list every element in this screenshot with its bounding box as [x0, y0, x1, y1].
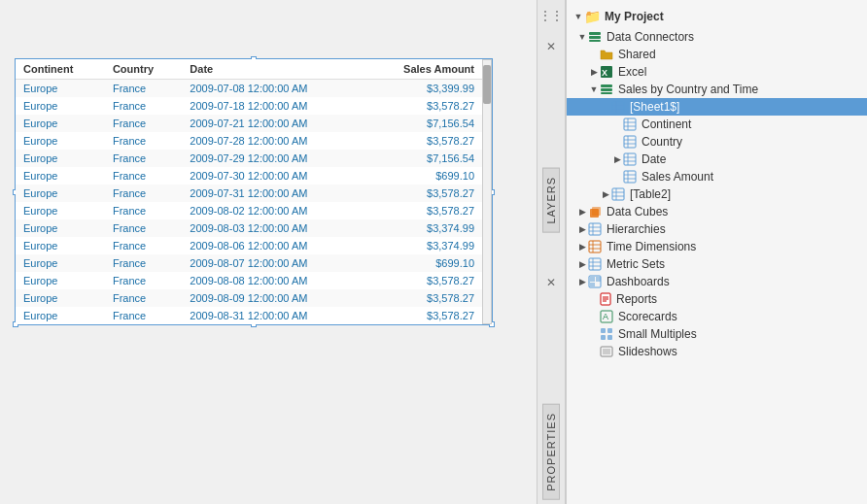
table-row[interactable]: EuropeFrance2009-08-02 12:00:00 AM$3,578… [16, 202, 482, 219]
table-row[interactable]: EuropeFrance2009-08-07 12:00:00 AM$699.1… [16, 254, 482, 272]
table-cell-5-0: Europe [16, 167, 105, 185]
tree-item-dashboards[interactable]: ▶ Dashboards [567, 273, 867, 290]
tree-label-reports: Reports [616, 292, 657, 306]
scorecard-icon-scorecards: A [600, 310, 613, 323]
tree-item-sales-amount[interactable]: Sales Amount [567, 168, 867, 185]
properties-tab[interactable]: PROPERTIES [542, 404, 560, 500]
tree-expand-arrow-country[interactable] [611, 136, 623, 148]
tree-label-continent: Continent [642, 118, 691, 131]
tree-item-table2[interactable]: ▶ [Table2] [567, 185, 867, 203]
scrollbar-thumb[interactable] [483, 65, 491, 104]
tree-expand-arrow-hierarchies[interactable]: ▶ [576, 223, 588, 235]
table-row[interactable]: EuropeFrance2009-08-06 12:00:00 AM$3,374… [16, 237, 482, 254]
table-cell-8-0: Europe [16, 219, 105, 237]
tree-item-sheet1[interactable]: [Sheet1$] [567, 98, 867, 116]
slideshow-icon-slideshows [600, 345, 613, 358]
table-row[interactable]: EuropeFrance2009-07-08 12:00:00 AM$3,399… [16, 80, 482, 98]
table-cell-5-2: 2009-07-30 12:00:00 AM [182, 167, 364, 185]
svg-rect-1 [589, 36, 601, 39]
table-cell-10-1: France [105, 254, 182, 272]
tree-item-data-cubes[interactable]: ▶ Data Cubes [567, 203, 867, 220]
tree-expand-arrow-table2[interactable]: ▶ [600, 188, 611, 200]
svg-rect-5 [601, 84, 612, 87]
tree-label-country: Country [642, 135, 682, 149]
table-cell-1-1: France [105, 97, 182, 115]
tree-item-country[interactable]: Country [567, 133, 867, 151]
table-header-continent: Continent [16, 59, 105, 80]
table-row[interactable]: EuropeFrance2009-07-18 12:00:00 AM$3,578… [16, 97, 482, 115]
svg-rect-42 [589, 258, 601, 270]
table-row[interactable]: EuropeFrance2009-08-08 12:00:00 AM$3,578… [16, 272, 482, 289]
tree-expand-arrow-data-connectors[interactable]: ▼ [576, 31, 588, 43]
tree-item-data-connectors[interactable]: ▼ Data Connectors [567, 28, 867, 46]
table-icon-table2 [611, 187, 625, 201]
table-row[interactable]: EuropeFrance2009-08-31 12:00:00 AM$3,578… [16, 307, 482, 324]
tree-expand-arrow-reports[interactable] [588, 293, 600, 305]
table-cell-7-2: 2009-08-02 12:00:00 AM [182, 202, 364, 219]
svg-rect-7 [601, 92, 612, 94]
table-cell-10-3: $699.10 [364, 254, 482, 272]
tree-item-reports[interactable]: Reports [567, 290, 867, 308]
table-row[interactable]: EuropeFrance2009-08-03 12:00:00 AM$3,374… [16, 219, 482, 237]
tree-expand-arrow-sales-country-time[interactable]: ▼ [588, 84, 600, 95]
tree-item-shared[interactable]: Shared [567, 46, 867, 63]
table-cell-13-1: France [105, 307, 182, 324]
tree-item-time-dimensions[interactable]: ▶ Time Dimensions [567, 238, 867, 255]
table-cell-9-0: Europe [16, 237, 105, 254]
tree-expand-arrow-continent[interactable] [611, 118, 623, 130]
tree-expand-arrow-date[interactable]: ▶ [611, 153, 623, 165]
tree-item-slideshows[interactable]: Slideshows [567, 343, 867, 360]
svg-rect-6 [601, 88, 612, 91]
tree-expand-arrow-scorecards[interactable] [588, 311, 600, 322]
tree-item-metric-sets[interactable]: ▶ Metric Sets [567, 255, 867, 273]
tree-label-table2: [Table2] [630, 187, 671, 201]
svg-rect-47 [590, 277, 595, 282]
tree-item-date[interactable]: ▶ Date [567, 151, 867, 168]
tree-label-sales-amount: Sales Amount [642, 170, 713, 184]
layers-tab[interactable]: LAYERS [542, 168, 560, 233]
table-row[interactable]: EuropeFrance2009-07-29 12:00:00 AM$7,156… [16, 150, 482, 167]
tree-item-small-multiples[interactable]: Small Multiples [567, 325, 867, 343]
svg-rect-58 [601, 335, 606, 340]
tree-expand-arrow-excel[interactable]: ▶ [588, 66, 600, 78]
panel-dots-icon[interactable]: ⋮⋮ [538, 3, 564, 28]
tree-expand-arrow-dashboards[interactable]: ▶ [576, 276, 588, 287]
tree-expand-arrow-data-cubes[interactable]: ▶ [576, 206, 588, 218]
data-table: ContinentCountryDateSales Amount EuropeF… [16, 59, 482, 324]
tree-item-excel[interactable]: ▶ X Excel [567, 63, 867, 81]
table-cell-11-3: $3,578.27 [364, 272, 482, 289]
project-folder-icon: 📁 [584, 9, 601, 24]
project-header: ▼ 📁 My Project [567, 5, 867, 28]
table-row[interactable]: EuropeFrance2009-07-30 12:00:00 AM$699.1… [16, 167, 482, 185]
tree-expand-arrow-sales-amount[interactable] [611, 171, 623, 183]
tree-expand-arrow-metric-sets[interactable]: ▶ [576, 258, 588, 270]
table-row[interactable]: EuropeFrance2009-07-21 12:00:00 AM$7,156… [16, 115, 482, 132]
table-cell-4-1: France [105, 150, 182, 167]
table-cell-10-0: Europe [16, 254, 105, 272]
project-expand-arrow[interactable]: ▼ [572, 11, 584, 22]
tree-item-scorecards[interactable]: A Scorecards [567, 308, 867, 325]
close-mid-icon[interactable]: ✕ [538, 270, 564, 295]
tree-item-sales-country-time[interactable]: ▼ Sales by Country and Time [567, 81, 867, 98]
table-cell-5-1: France [105, 167, 182, 185]
tree-expand-arrow-small-multiples[interactable] [588, 328, 600, 340]
tree-expand-arrow-shared[interactable] [588, 49, 600, 60]
excel-icon-excel: X [600, 65, 613, 79]
tree-expand-arrow-sheet1[interactable] [600, 101, 611, 113]
tree-expand-arrow-slideshows[interactable] [588, 346, 600, 357]
table-row[interactable]: EuropeFrance2009-08-09 12:00:00 AM$3,578… [16, 289, 482, 307]
table-row[interactable]: EuropeFrance2009-07-28 12:00:00 AM$3,578… [16, 132, 482, 150]
main-content: ContinentCountryDateSales Amount EuropeF… [0, 0, 537, 504]
close-top-icon[interactable]: ✕ [538, 34, 564, 59]
svg-rect-16 [624, 136, 636, 148]
tree-item-hierarchies[interactable]: ▶ Hierarchies [567, 220, 867, 238]
tree-item-continent[interactable]: Continent [567, 116, 867, 133]
vertical-scrollbar[interactable] [482, 59, 492, 324]
folder-icon-shared [600, 49, 613, 60]
table-cell-7-1: France [105, 202, 182, 219]
table-row[interactable]: EuropeFrance2009-07-31 12:00:00 AM$3,578… [16, 185, 482, 202]
db-icon-sales-country-time [600, 83, 613, 96]
tree-label-date: Date [642, 152, 666, 166]
tree-expand-arrow-time-dimensions[interactable]: ▶ [576, 241, 588, 252]
cube-icon-data-cubes [588, 205, 602, 218]
